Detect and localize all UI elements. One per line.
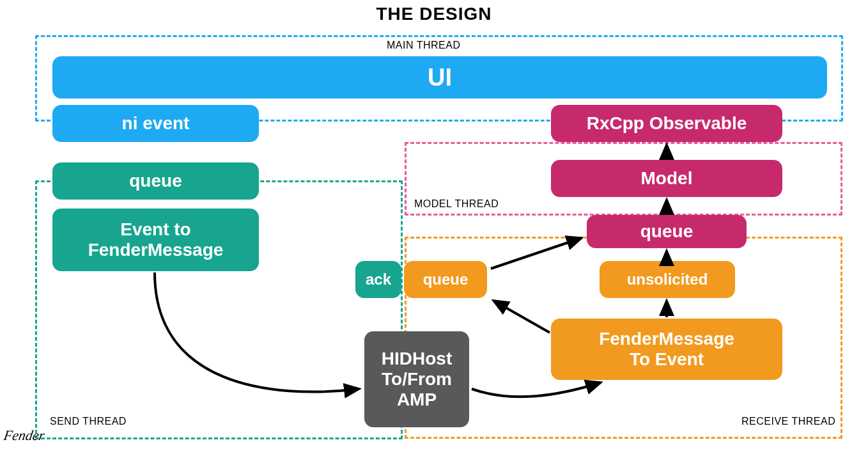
node-ni-event: ni event bbox=[52, 105, 259, 142]
node-unsolicited: unsolicited bbox=[600, 261, 735, 298]
receive-thread-label: RECEIVE THREAD bbox=[741, 416, 835, 427]
node-queue-send: queue bbox=[52, 162, 259, 200]
node-ui: UI bbox=[52, 56, 827, 98]
model-thread-label: MODEL THREAD bbox=[414, 198, 499, 210]
fender-logo: Fender bbox=[3, 427, 46, 444]
node-ack: ack bbox=[355, 261, 401, 298]
node-hidhost: HIDHost To/From AMP bbox=[364, 331, 469, 427]
diagram-title: THE DESIGN bbox=[0, 4, 868, 24]
send-thread-label: SEND THREAD bbox=[50, 416, 127, 427]
main-thread-label: MAIN THREAD bbox=[387, 40, 460, 51]
node-event-to-fendermessage: Event to FenderMessage bbox=[52, 209, 259, 271]
node-model: Model bbox=[551, 160, 782, 197]
node-fendermessage-to-event: FenderMessage To Event bbox=[551, 319, 782, 380]
node-queue-model: queue bbox=[587, 215, 747, 248]
node-queue-recv: queue bbox=[404, 261, 487, 298]
node-rxcpp-observable: RxCpp Observable bbox=[551, 105, 782, 142]
